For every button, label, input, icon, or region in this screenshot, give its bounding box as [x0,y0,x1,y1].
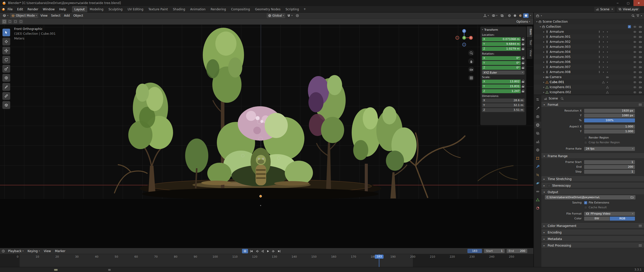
lock-icon[interactable] [522,47,525,50]
disable-render-toggle[interactable] [639,86,642,89]
viewport-menu-select[interactable]: Select [49,13,62,19]
hide-viewport-toggle[interactable] [633,30,636,33]
properties-tab-object-data[interactable] [534,196,541,203]
tool-measure-button[interactable] [3,92,10,100]
properties-tab-modifiers[interactable] [534,163,541,170]
workspace-tab-uv-editing[interactable]: UV Editing [125,6,146,12]
disable-render-toggle[interactable] [639,45,642,49]
perspective-toggle-icon[interactable] [468,75,474,81]
lock-icon[interactable] [522,66,525,69]
location-x-field[interactable]: X0.071068 m [482,37,521,41]
collection-checkbox[interactable]: ✓ [628,25,631,28]
tool-move-button[interactable] [3,47,10,54]
hide-viewport-toggle[interactable] [633,76,636,79]
properties-tab-tool[interactable] [534,105,541,112]
current-frame-field[interactable]: 183 [467,249,482,253]
timeline-editor-icon[interactable] [2,249,5,253]
search-icon[interactable] [631,14,635,17]
shading-wireframe-button[interactable] [507,13,512,18]
presets-menu-icon[interactable] [639,104,642,106]
auto-keyframe-button[interactable] [242,249,248,253]
properties-tab-object[interactable] [534,155,541,161]
scene-selector[interactable]: Scene ✕ [594,7,615,12]
menu-edit[interactable]: Edit [15,6,25,13]
workspace-tab-scripting[interactable]: Scripting [283,6,301,12]
properties-tab-world[interactable] [534,147,541,153]
cache-result-checkbox[interactable] [584,206,587,209]
section-post-processing[interactable]: ▸Post Processing [541,243,644,248]
properties-tab-render[interactable] [534,113,541,120]
shading-rendered-button[interactable] [523,13,529,18]
frame-end-field[interactable]: End200 [507,249,527,253]
dimensions-x-field[interactable]: X28.6 m [482,98,525,103]
workspace-tab-shading[interactable]: Shading [170,6,188,12]
disable-render-toggle[interactable] [639,30,642,33]
tool-transform-button[interactable] [3,74,10,82]
disable-render-toggle[interactable] [639,81,642,84]
section-output-header[interactable]: ▾ Output [541,189,644,195]
play-reverse-button[interactable] [260,249,265,253]
scale-z-field[interactable]: Z1.247 [482,89,521,93]
outliner-row-icosphere-001[interactable]: ▸Icosphere.001 [534,85,644,90]
transform-orientation-dropdown[interactable]: Global ▾ [267,13,285,18]
expand-arrow-icon[interactable]: ▸ [542,56,545,58]
rotation-x-field[interactable]: X0° [482,56,521,60]
disable-render-toggle[interactable] [639,91,642,94]
hide-viewport-toggle[interactable] [633,35,636,39]
expand-arrow-icon[interactable]: ▸ [542,86,545,88]
rotation-z-field[interactable]: Z0° [482,66,521,70]
outliner-row-scene-collection[interactable]: ▾Scene Collection [534,19,644,24]
disable-render-toggle[interactable] [639,50,642,54]
expand-arrow-icon[interactable]: ▾ [535,20,538,23]
viewport-scene[interactable] [0,25,533,248]
location-y-field[interactable]: Y9.6844 m [482,42,521,46]
menu-file[interactable]: File [5,6,15,13]
lock-icon[interactable] [522,56,525,60]
collapse-arrow-icon[interactable]: ▾ [482,29,483,31]
add-workspace-button[interactable]: + [301,6,308,12]
outliner-row-armature-003[interactable]: ▸Armature.003 [534,44,644,49]
hide-viewport-toggle[interactable] [633,55,636,59]
properties-tab-particles[interactable] [534,172,541,178]
properties-tab-physics[interactable] [534,180,541,186]
hide-viewport-toggle[interactable] [633,50,636,54]
file-format-dropdown[interactable]: FFmpeg Video ▾ [584,212,635,216]
expand-arrow-icon[interactable]: ▸ [542,36,545,38]
workspace-tab-geometry-nodes[interactable]: Geometry Nodes [253,6,283,12]
outliner-row-cube-001[interactable]: ▸Cube.001 [534,80,644,85]
properties-tab-material[interactable] [534,205,541,211]
section-stereoscopy[interactable]: ▸Stereoscopy [541,183,644,188]
select-mode-subtract-button[interactable] [13,19,18,24]
lock-icon[interactable] [522,61,525,64]
workspace-tab-texture-paint[interactable]: Texture Paint [146,6,170,12]
blender-menu-icon[interactable] [2,7,5,11]
prop-field-frame-start[interactable]: 1 [584,160,635,164]
menu-help[interactable]: Help [57,6,68,13]
workspace-tab-rendering[interactable]: Rendering [208,6,228,12]
rotation-mode-dropdown[interactable]: XYZ Euler ▾ [482,71,525,75]
search-icon[interactable] [560,97,564,100]
properties-editor-icon[interactable] [534,96,541,103]
expand-arrow-icon[interactable]: ▸ [542,91,545,93]
checkbox-render-region[interactable] [584,136,587,139]
dimensions-y-field[interactable]: Y32.1 m [482,103,525,107]
frame-start-field[interactable]: Start1 [484,249,505,253]
outliner-row-armature-001[interactable]: ▸Armature.001 [534,34,644,39]
prop-field-y[interactable]: 1080 px [584,114,635,118]
outliner-row-armature-005[interactable]: ▸Armature.005 [534,54,644,59]
expand-arrow-icon[interactable]: ▸ [542,76,545,78]
section-encoding[interactable]: ▸Encoding [541,230,644,235]
section-frame-range-header[interactable]: ▾ Frame Range [541,153,644,159]
tool-rotate-button[interactable] [3,56,10,63]
hide-viewport-toggle[interactable] [633,25,636,28]
expand-arrow-icon[interactable]: ▸ [542,81,545,83]
gizmos-toggle[interactable]: ▾ [482,13,490,18]
timeline-menu-view[interactable]: View [42,249,53,253]
maximize-button[interactable]: ▢ [623,0,633,6]
properties-tab-constraints[interactable] [534,188,541,195]
next-keyframe-button[interactable] [271,249,276,253]
timeline-menu-keying[interactable]: Keying▾ [26,249,42,253]
properties-tab-scene[interactable] [534,138,541,145]
prop-field-resolution-x[interactable]: 1920 px [584,109,635,113]
outliner-row-armature-008[interactable]: ▸Armature.008 [534,70,644,75]
